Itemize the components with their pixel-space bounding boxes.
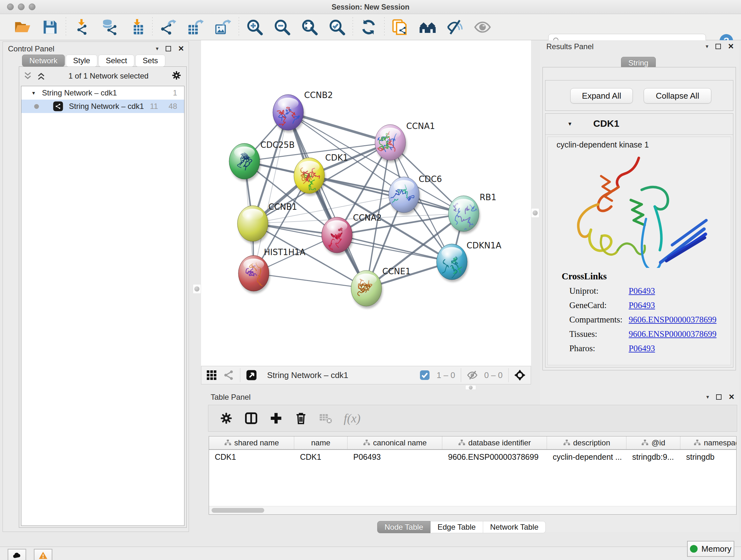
edge-CCNA2-CDKN1A[interactable] (337, 235, 452, 262)
table-cell[interactable]: stringdb (680, 450, 737, 463)
collection-expand-icon[interactable]: ▾ (32, 90, 35, 97)
node-HIST1H1A[interactable]: HIST1H1A (239, 247, 306, 295)
column-header-namespace[interactable]: namespace (680, 436, 737, 449)
expand-all-icon[interactable] (37, 71, 46, 81)
refresh-button[interactable] (355, 17, 382, 37)
column-header-shared-name[interactable]: shared name (209, 436, 294, 449)
table-options-gear-icon[interactable] (219, 411, 233, 425)
import-table-button[interactable] (123, 17, 150, 37)
expand-all-button[interactable]: Expand All (570, 88, 633, 104)
import-table-icon (128, 18, 145, 36)
tab-node-table[interactable]: Node Table (377, 521, 430, 533)
network-row-selected[interactable]: String Network – cdk1 11 48 (21, 100, 184, 113)
tab-style[interactable]: Style (66, 55, 97, 67)
horizontal-scrollbar[interactable] (209, 506, 736, 514)
collapse-all-button[interactable]: Collapse All (644, 88, 711, 104)
show-columns-icon[interactable] (244, 411, 258, 425)
tab-edge-table[interactable]: Edge Table (430, 521, 483, 533)
table-cell[interactable]: 9606.ENSP00000378699 (442, 450, 547, 463)
crosslink-link[interactable]: 9606.ENSP00000378699 (629, 329, 717, 339)
right-splitter-handle[interactable] (531, 208, 539, 218)
crosslink-link[interactable]: P06493 (629, 300, 655, 310)
table-cell[interactable]: stringdb:9... (626, 450, 680, 463)
table-cell[interactable]: P06493 (347, 450, 442, 463)
panel-close-icon[interactable]: ✕ (729, 393, 735, 401)
save-session-button[interactable] (37, 17, 64, 37)
memory-button[interactable]: Memory (687, 541, 734, 557)
tab-network[interactable]: Network (22, 55, 65, 67)
table-cell[interactable]: cyclin-dependent ... (547, 450, 626, 463)
scrollbar-thumb[interactable] (212, 508, 264, 513)
control-panel-tabs: NetworkStyleSelectSets (22, 55, 165, 67)
cdk1-section-header[interactable]: ▾ CDK1 (545, 114, 733, 135)
node-label-CDC6: CDC6 (419, 174, 442, 184)
edge-CCNB2-CCNE1[interactable] (288, 112, 366, 288)
home-button[interactable] (414, 17, 441, 37)
export-image-button[interactable] (209, 17, 237, 37)
preview-eye-button[interactable] (469, 17, 496, 37)
node-CCNE1[interactable]: CCNE1 (351, 266, 411, 308)
table-row[interactable]: CDK1CDK1P064939606.ENSP00000378699cyclin… (209, 450, 737, 463)
selected-checkbox-icon[interactable] (419, 369, 430, 381)
zoom-out-button[interactable] (268, 17, 296, 37)
zoom-fit-button[interactable] (296, 17, 323, 37)
save-session-icon (42, 18, 59, 36)
bottom-splitter-handle[interactable] (465, 385, 476, 390)
panel-collapse-icon[interactable]: ▾ (705, 43, 709, 50)
tab-sets[interactable]: Sets (135, 55, 165, 67)
panel-close-icon[interactable]: ✕ (728, 42, 734, 51)
network-options-gear-icon[interactable] (171, 70, 182, 82)
panel-collapse-icon[interactable]: ▾ (706, 394, 709, 400)
import-network-from-database-button[interactable] (95, 17, 123, 37)
crosslink-link[interactable]: P06493 (629, 286, 655, 296)
grid-view-icon[interactable] (206, 369, 217, 381)
node-CCNB2[interactable]: CCNB2 (273, 90, 333, 132)
hide-unhide-button[interactable] (441, 17, 469, 37)
crosslink-link[interactable]: 9606.ENSP00000378699 (629, 315, 717, 325)
node-CDC6[interactable]: CDC6 (382, 174, 442, 215)
add-column-icon[interactable] (269, 411, 283, 425)
open-session-button[interactable] (9, 17, 37, 37)
zoom-in-button[interactable] (241, 17, 268, 37)
cloud-button[interactable] (8, 549, 26, 560)
crosslink-link[interactable]: P06493 (629, 344, 655, 354)
column-header-canonical-name[interactable]: canonical name (347, 436, 442, 449)
node-RB1[interactable]: RB1 (448, 192, 496, 234)
network-share-icon[interactable] (223, 369, 234, 381)
network-collection-row[interactable]: ▾ String Network – cdk1 1 (21, 86, 184, 100)
column-header-name[interactable]: name (294, 436, 347, 449)
panel-close-icon[interactable]: ✕ (178, 44, 184, 53)
column-header-description[interactable]: description (547, 436, 626, 449)
column-header-database-identifier[interactable]: database identifier (442, 436, 547, 449)
center-view-crosshair-icon[interactable] (514, 369, 526, 381)
import-network-button[interactable] (68, 17, 95, 37)
column-header-@id[interactable]: @id (626, 436, 680, 449)
export-network-button[interactable] (154, 17, 182, 37)
section-collapse-icon[interactable]: ▾ (568, 120, 571, 127)
edge-HIST1H1A-CCNE1[interactable] (254, 273, 366, 288)
string-document-button[interactable] (387, 17, 414, 37)
delete-column-trash-icon[interactable] (294, 411, 308, 425)
zoom-selected-button[interactable] (323, 17, 351, 37)
node-CDKN1A[interactable]: CDKN1A (436, 241, 501, 282)
tab-select[interactable]: Select (98, 55, 134, 67)
tab-network-table[interactable]: Network Table (483, 521, 546, 533)
panel-collapse-icon[interactable]: ▾ (156, 45, 158, 52)
detach-view-icon[interactable] (246, 369, 257, 381)
table-header-row: shared namenamecanonical namedatabase id… (209, 436, 737, 450)
panel-float-icon[interactable] (165, 46, 171, 51)
string-network-icon (53, 101, 63, 111)
node-CCNB1[interactable]: CCNB1 (238, 202, 297, 244)
table-cell[interactable]: CDK1 (294, 450, 347, 463)
panel-float-icon[interactable] (716, 394, 722, 400)
column-label: description (573, 438, 610, 447)
left-splitter-handle[interactable] (193, 284, 201, 294)
panel-float-icon[interactable] (716, 44, 721, 49)
export-table-button[interactable] (182, 17, 209, 37)
table-cell[interactable]: CDK1 (209, 450, 294, 463)
network-canvas[interactable]: CCNB2CCNA1CDC25BCDK1CDC6RB1CCNB1CCNA2CDK… (201, 40, 531, 366)
warnings-button[interactable] (34, 549, 52, 560)
hidden-eye-slash-icon[interactable] (467, 369, 478, 381)
node-CDK1[interactable]: CDK1 (294, 153, 348, 196)
collapse-all-icon[interactable] (23, 71, 32, 81)
